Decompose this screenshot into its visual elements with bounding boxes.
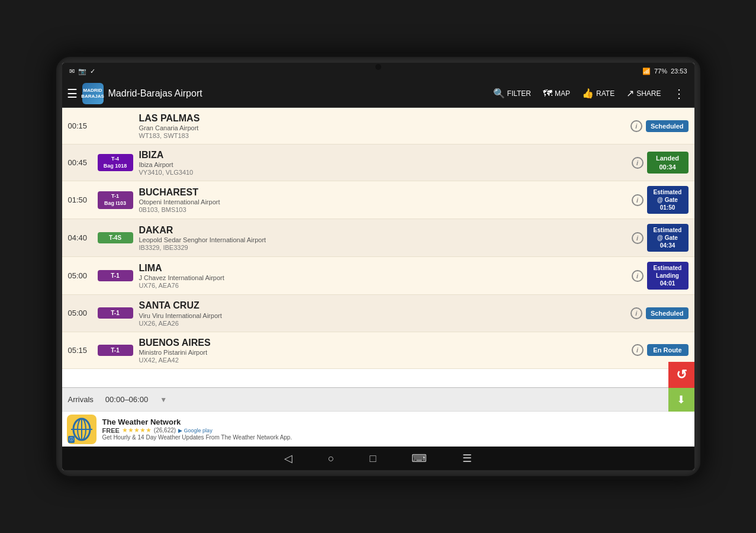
- clock: 23:53: [671, 68, 687, 75]
- info-button[interactable]: i: [630, 120, 642, 132]
- camera-dot: [375, 64, 381, 70]
- table-row[interactable]: 05:15 T-1 BUENOS AIRES Ministro Pistarin…: [62, 332, 694, 369]
- nav-bar: ◁ ○ □ ⌨ ☰: [62, 447, 694, 470]
- flight-info: SANTA CRUZ Viru Viru International Airpo…: [139, 300, 630, 326]
- refresh-button[interactable]: ↺: [668, 362, 694, 388]
- flight-time: 01:50: [68, 195, 98, 204]
- home-button[interactable]: ○: [328, 452, 334, 465]
- flight-time: 00:45: [68, 158, 98, 167]
- terminal-badge: T-1Bag I103: [98, 191, 133, 208]
- flight-codes: WT183, SWT183: [139, 132, 630, 139]
- status-badge: Scheduled: [646, 120, 689, 132]
- arrivals-label: Arrivals: [68, 395, 94, 404]
- wifi-icon: 📶: [642, 68, 651, 75]
- ad-price: FREE: [102, 427, 120, 434]
- flight-time: 05:00: [68, 309, 98, 317]
- terminal-badge: T-4S: [98, 232, 133, 243]
- camera-icon: 📷: [78, 68, 86, 75]
- ad-info-badge: ⓘ: [68, 436, 75, 443]
- menu-icon[interactable]: ☰: [67, 86, 78, 101]
- info-button[interactable]: i: [632, 157, 644, 169]
- flight-info: DAKAR Leopold Sedar Senghor Internationa…: [139, 224, 632, 251]
- terminal-badge: T-1: [98, 307, 133, 319]
- share-icon: ↗: [626, 88, 634, 99]
- rate-label: RATE: [596, 89, 615, 98]
- flight-info: LIMA J Chavez International Airport UX76…: [139, 262, 632, 289]
- share-label: SHARE: [636, 89, 661, 98]
- tablet-screen: ✉ 📷 ✓ 📶 77% 23:53 ☰ MADRIDBARAJAS Madrid…: [62, 63, 694, 470]
- flight-airport: Viru Viru International Airport: [139, 312, 630, 319]
- app-bar: ☰ MADRIDBARAJAS Madrid-Barajas Airport 🔍…: [62, 79, 694, 108]
- status-icons: ✉ 📷 ✓: [69, 68, 95, 75]
- flight-airport: J Chavez International Airport: [139, 274, 632, 281]
- ad-icon: ⓘ: [67, 415, 96, 444]
- flight-time: 04:40: [68, 233, 98, 242]
- back-button[interactable]: ◁: [284, 452, 292, 465]
- flight-info: IBIZA Ibiza Airport VY3410, VLG3410: [139, 149, 632, 176]
- status-badge: Estimated@ Gate04:34: [647, 224, 689, 252]
- flight-destination: DAKAR: [139, 224, 632, 236]
- info-button[interactable]: i: [630, 307, 642, 319]
- table-row[interactable]: 05:00 T-1 LIMA J Chavez International Ai…: [62, 257, 694, 295]
- filter-button[interactable]: 🔍 FILTER: [488, 84, 536, 102]
- ad-stars: ★★★★★: [122, 426, 152, 434]
- flight-time: 05:00: [68, 271, 98, 280]
- table-row[interactable]: 04:40 T-4S DAKAR Leopold Sedar Senghor I…: [62, 219, 694, 257]
- rate-button[interactable]: 👍 RATE: [577, 84, 619, 102]
- terminal-badge: T-1: [98, 345, 133, 356]
- flight-status-area: i EstimatedLanding04:01: [632, 262, 689, 290]
- flight-codes: UX76, AEA76: [139, 282, 632, 289]
- flight-status-area: i En Route: [632, 344, 689, 356]
- terminal-badge: T-4Bag 1018: [98, 154, 133, 171]
- flight-info: BUCHAREST Otopeni International Airport …: [139, 187, 632, 213]
- flight-destination: LAS PALMAS: [139, 113, 630, 124]
- flight-destination: SANTA CRUZ: [139, 300, 630, 311]
- table-row[interactable]: 01:50 T-1Bag I103 BUCHAREST Otopeni Inte…: [62, 181, 694, 219]
- more-button[interactable]: ⋮: [668, 83, 690, 104]
- table-row[interactable]: 05:00 T-1 SANTA CRUZ Viru Viru Internati…: [62, 295, 694, 332]
- flight-codes: VY3410, VLG3410: [139, 169, 632, 176]
- status-badge: Scheduled: [646, 307, 689, 319]
- info-button[interactable]: i: [632, 194, 644, 206]
- table-row[interactable]: 00:15 LAS PALMAS Gran Canaria Airport WT…: [62, 108, 694, 145]
- ad-description: Get Hourly & 14 Day Weather Updates From…: [102, 434, 690, 441]
- info-button[interactable]: i: [632, 344, 644, 356]
- ad-content: The Weather Network FREE ★★★★★ (26,622) …: [102, 418, 690, 441]
- recent-button[interactable]: □: [370, 452, 377, 465]
- app-title: Madrid-Barajas Airport: [108, 88, 202, 99]
- status-badge: En Route: [647, 344, 689, 356]
- ad-title: The Weather Network: [102, 418, 690, 426]
- map-icon: 🗺: [543, 88, 552, 99]
- flight-status-area: i Landed00:34: [632, 152, 689, 174]
- menu-button[interactable]: ☰: [462, 452, 472, 465]
- app-bar-left: ☰ MADRIDBARAJAS Madrid-Barajas Airport: [67, 83, 484, 104]
- status-badge: Estimated@ Gate01:50: [647, 186, 689, 214]
- flight-airport: Ministro Pistarini Airport: [139, 349, 632, 356]
- table-row[interactable]: 00:45 T-4Bag 1018 IBIZA Ibiza Airport VY…: [62, 145, 694, 181]
- battery-level: 77%: [654, 68, 667, 75]
- info-button[interactable]: i: [632, 270, 644, 282]
- refresh-icon: ↺: [676, 367, 687, 383]
- tablet-device: ✉ 📷 ✓ 📶 77% 23:53 ☰ MADRIDBARAJAS Madrid…: [53, 53, 704, 480]
- check-icon: ✓: [90, 68, 95, 75]
- ad-play-store[interactable]: ▶ Google play: [178, 428, 213, 434]
- flight-info: BUENOS AIRES Ministro Pistarini Airport …: [139, 337, 632, 364]
- info-button[interactable]: i: [632, 232, 644, 244]
- flight-airport: Leopold Sedar Senghor International Airp…: [139, 236, 632, 243]
- message-icon: ✉: [69, 68, 75, 75]
- map-button[interactable]: 🗺 MAP: [538, 85, 575, 102]
- flight-status-area: i Scheduled: [630, 307, 689, 319]
- ad-reviews: (26,622): [154, 427, 176, 434]
- flight-status-area: i Scheduled: [630, 120, 689, 132]
- flight-status-area: i Estimated@ Gate01:50: [632, 186, 689, 214]
- keyboard-button[interactable]: ⌨: [411, 452, 427, 465]
- download-button[interactable]: ⬇: [668, 388, 694, 412]
- flight-time: 00:15: [68, 121, 98, 130]
- flight-destination: BUENOS AIRES: [139, 337, 632, 348]
- triangle-icon: ▼: [160, 396, 167, 404]
- more-icon: ⋮: [673, 86, 685, 101]
- share-button[interactable]: ↗ SHARE: [622, 84, 665, 102]
- terminal-badge: T-1: [98, 270, 133, 281]
- flight-time: 05:15: [68, 346, 98, 355]
- ad-banner[interactable]: ⓘ The Weather Network FREE ★★★★★ (26,622…: [62, 411, 694, 447]
